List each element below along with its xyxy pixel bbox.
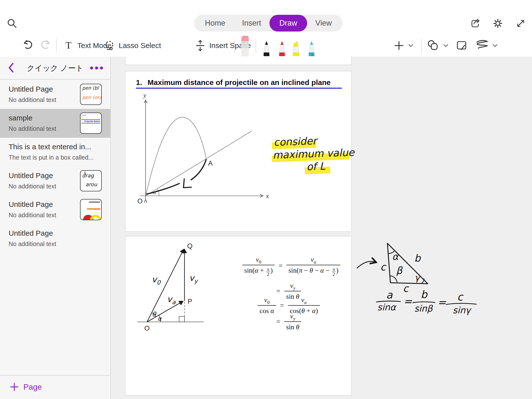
diagram-vy-label: vy: [189, 273, 198, 284]
list-item[interactable]: Untitled Page No additional text: [0, 195, 110, 224]
page-subtitle: No additional text: [9, 96, 56, 103]
page-title: This is a text entered in...: [9, 143, 91, 151]
list-item[interactable]: Untitled Page No additional text drag ar…: [0, 166, 110, 195]
insert-space-icon: [195, 39, 206, 52]
expand-icon: [515, 17, 527, 29]
add-page-label[interactable]: Page: [23, 382, 42, 392]
page-subtitle: No additional text: [9, 212, 56, 219]
triangle-bottom-side-label: c: [403, 283, 409, 294]
page-list-sidebar: クイック ノート Untitled Page No additional tex…: [0, 57, 111, 399]
fraction: va sin(π − θ − α − π2): [286, 255, 340, 276]
tab-home[interactable]: Home: [197, 15, 234, 32]
rule-numerator-c: c: [457, 291, 464, 303]
page-title: Untitled Page: [9, 200, 53, 209]
share-button[interactable]: [469, 17, 482, 30]
list-item[interactable]: Untitled Page No additional text pen (bl…: [0, 80, 110, 109]
list-item-selected[interactable]: sample No additional text Projectile Mot…: [0, 109, 110, 138]
add-pen-button[interactable]: [394, 38, 414, 53]
shapes-button[interactable]: [427, 38, 449, 53]
diagram-Q-label: Q: [187, 242, 193, 250]
handwritten-sine-rule[interactable]: α c β b γ c a sinα = b sinβ = c sinγ: [355, 234, 507, 337]
graph-y-label: y: [143, 92, 146, 99]
equation-line-4: = vy sin θ: [276, 312, 301, 331]
tab-draw[interactable]: Draw: [269, 15, 307, 32]
page-subtitle: No additional text: [9, 240, 56, 248]
page-title: Untitled Page: [9, 229, 53, 237]
page-thumbnail: Projectile Motion: [80, 113, 102, 134]
graph-origin-label: O: [137, 198, 143, 205]
gear-icon: [492, 17, 504, 29]
tab-insert[interactable]: Insert: [234, 15, 270, 32]
note-pen-icon: [455, 40, 468, 52]
share-icon: [469, 17, 481, 29]
note-pen-button[interactable]: [455, 39, 468, 52]
black-pen-icon: [262, 41, 271, 56]
search-button[interactable]: [5, 17, 18, 30]
list-item[interactable]: This is a text entered in... The text is…: [0, 138, 110, 166]
triangle-beta-label: β: [396, 265, 403, 276]
rule-denominator-sing: sinγ: [453, 305, 472, 315]
ribbon-tabs: Home Insert Draw View: [194, 15, 343, 32]
rule-numerator-b: b: [421, 288, 428, 300]
content-box-partial: [125, 56, 352, 65]
page-list: Untitled Page No additional text pen (bl…: [0, 80, 110, 253]
redo-button[interactable]: [39, 39, 52, 52]
page-title: Untitled Page: [9, 85, 53, 93]
toolbar-separator: [234, 39, 235, 53]
chevron-down-icon: [492, 43, 498, 48]
eraser-tool[interactable]: [240, 35, 250, 56]
page-thumbnail: drag arou: [80, 170, 102, 191]
settings-button[interactable]: [491, 17, 504, 30]
fraction: v0 cos α: [258, 296, 276, 315]
diagram-alpha-label: α: [158, 315, 162, 322]
handwriting-line: of L: [306, 160, 325, 173]
triangle-b-side-label: b: [414, 252, 421, 264]
equals-sign: =: [276, 287, 280, 295]
diagram-v0-label: v0: [152, 274, 161, 286]
teal-pen-icon: [307, 41, 316, 56]
black-pen-tool[interactable]: [262, 41, 271, 56]
red-pen-icon: [277, 41, 287, 56]
equals-sign: =: [276, 318, 280, 326]
add-page-button[interactable]: [9, 382, 19, 392]
rule-denominator-sinb: sinβ: [414, 303, 433, 314]
equals-sign: =: [279, 262, 283, 270]
rule-equals: =: [403, 295, 412, 307]
shapes-icon: [427, 39, 439, 52]
vector-diagram: Q P O v0 vy va θ α: [126, 236, 229, 340]
triangle-alpha-label: α: [392, 251, 399, 262]
red-pen-tool[interactable]: [277, 41, 287, 56]
chevron-down-icon: [443, 43, 449, 48]
rule-denominator-sina: sinα: [377, 302, 397, 312]
redo-icon: [39, 39, 52, 52]
graph-point-A-label: A: [208, 160, 213, 167]
teal-pen-tool[interactable]: [307, 41, 316, 56]
page-thumbnail: [80, 199, 102, 220]
top-bar: Home Insert Draw View: [0, 0, 532, 57]
yellow-highlighter-icon: [291, 41, 301, 56]
section-menu-button[interactable]: [90, 66, 103, 69]
page-subtitle: No additional text: [9, 125, 56, 132]
toolbar-separator: [56, 39, 57, 53]
add-icon: [394, 40, 404, 51]
tab-view[interactable]: View: [307, 15, 340, 32]
fullscreen-button[interactable]: [514, 17, 527, 30]
fraction: v0 sin(α + π2): [242, 255, 275, 276]
arrow-annotation: [357, 261, 375, 268]
toolbar-separator: [256, 39, 256, 53]
fraction: vy sin θ: [284, 312, 301, 331]
undo-button[interactable]: [22, 39, 34, 52]
list-item[interactable]: Untitled Page No additional text: [0, 224, 110, 253]
yellow-highlighter-tool[interactable]: [291, 41, 301, 56]
rule-numerator-a: a: [386, 289, 393, 301]
ink-replay-button[interactable]: [475, 38, 498, 53]
handwritten-note[interactable]: consider maximum value of L: [271, 133, 361, 175]
lasso-select-label: Lasso Select: [119, 41, 161, 50]
lasso-select-button[interactable]: Lasso Select: [103, 38, 161, 53]
svg-text:T: T: [66, 40, 71, 51]
page-title: Untitled Page: [9, 171, 53, 180]
search-icon: [6, 18, 17, 29]
content-box-vectors[interactable]: Q P O v0 vy va θ α v0 sin(α + π2) = va s…: [125, 236, 352, 396]
plus-icon: [9, 382, 19, 392]
triangle-gamma-label: γ: [415, 273, 421, 283]
